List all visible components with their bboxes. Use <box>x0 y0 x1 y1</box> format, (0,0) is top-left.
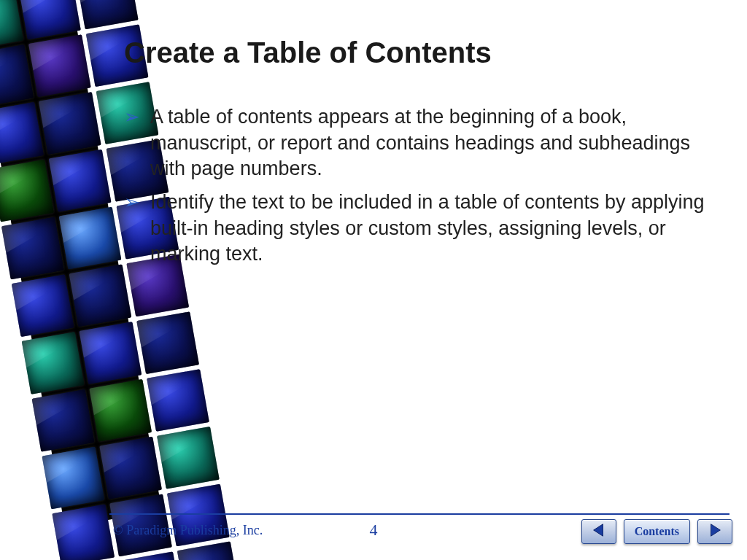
page-number: 4 <box>370 521 378 540</box>
slide: Create a Table of Contents A table of co… <box>0 0 747 560</box>
next-button[interactable] <box>697 519 732 544</box>
bullet-list: A table of contents appears at the begin… <box>124 104 718 268</box>
slide-title: Create a Table of Contents <box>124 36 718 69</box>
bullet-item: A table of contents appears at the begin… <box>124 104 718 182</box>
content-area: Create a Table of Contents A table of co… <box>124 36 718 275</box>
triangle-left-icon <box>591 522 607 541</box>
nav-bar: Contents <box>581 519 732 544</box>
contents-button-label: Contents <box>635 525 679 538</box>
contents-button[interactable]: Contents <box>624 519 690 544</box>
footer-divider <box>109 513 729 515</box>
svg-marker-0 <box>593 524 603 537</box>
svg-marker-1 <box>711 524 721 537</box>
triangle-right-icon <box>707 522 723 541</box>
prev-button[interactable] <box>581 519 616 544</box>
copyright-text: © Paradigm Publishing, Inc. <box>113 523 263 538</box>
bullet-item: Identify the text to be included in a ta… <box>124 190 718 268</box>
